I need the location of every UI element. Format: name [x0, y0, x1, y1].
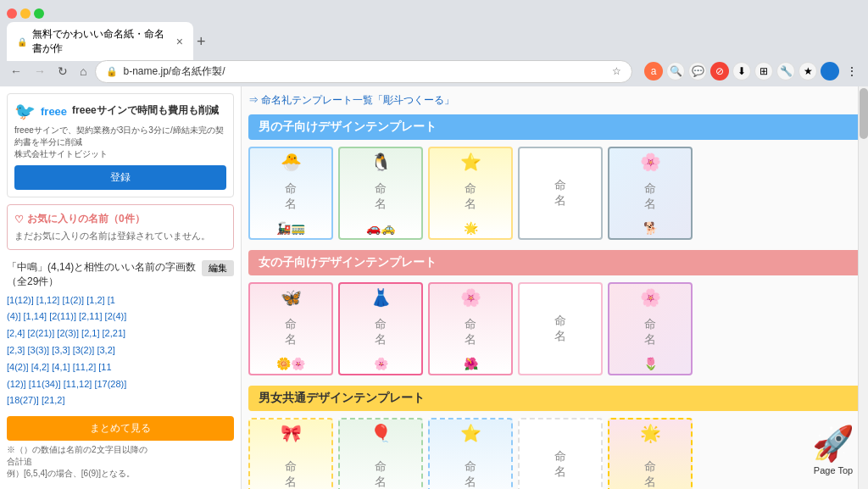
- template-text: 命名: [644, 459, 656, 489]
- scrollbar-thumb[interactable]: [860, 88, 868, 139]
- main-content: ⇒ 命名礼テンプレート一覧「彫斗つくーる」 男の子向けデザインテンプレート 🐣 …: [242, 86, 868, 489]
- minimize-btn[interactable]: [20, 8, 31, 19]
- url-text: b-name.jp/命名紙作製/: [123, 64, 607, 79]
- apps-icon[interactable]: ⊞: [754, 62, 773, 81]
- deco-top: 🐣: [281, 152, 302, 172]
- compat-link[interactable]: [1(2)]: [62, 295, 84, 305]
- template-card[interactable]: 🌸 命名 🌷: [608, 282, 693, 375]
- freee-register-button[interactable]: 登録: [14, 165, 226, 190]
- compat-link[interactable]: [11: [98, 362, 111, 372]
- compat-link[interactable]: [1,2]: [86, 295, 104, 305]
- compat-link[interactable]: [21,2]: [42, 395, 65, 405]
- template-card[interactable]: ⭐ 命名: [428, 418, 513, 489]
- template-text: 命名: [285, 181, 297, 212]
- compat-link[interactable]: [2(21)]: [27, 328, 54, 338]
- compat-link[interactable]: [4,2]: [31, 362, 49, 372]
- template-card[interactable]: 🎀 命名: [248, 418, 333, 489]
- compat-link[interactable]: [3(2)]: [73, 345, 95, 355]
- compat-link[interactable]: [1(12)]: [7, 295, 34, 305]
- deco-bottom: 🌼🌸: [276, 357, 305, 370]
- compat-link[interactable]: [4(2)]: [7, 362, 29, 372]
- template-text: 命名: [644, 181, 656, 212]
- download-icon[interactable]: ⬇: [732, 62, 751, 81]
- extensions-icon[interactable]: 🔧: [776, 62, 795, 81]
- freee-ad-title: freeeサインで時間も費用も削減: [72, 104, 219, 118]
- compatibility-links: [1(12)] [1,12] [1(2)] [1,2] [1 (4)] [1,1…: [7, 292, 234, 410]
- compat-link[interactable]: (12)]: [7, 379, 26, 389]
- active-tab[interactable]: 🔒 無料でかわいい命名紙・命名書が作 ×: [7, 22, 193, 61]
- address-bar[interactable]: 🔒 b-name.jp/命名紙作製/ ☆: [95, 60, 632, 83]
- template-card[interactable]: 🌸 命名 🌺: [428, 282, 513, 375]
- freee-advertisement: 🐦 freee freeeサインで時間も費用も削減 freeeサインで、契約業務…: [7, 93, 234, 197]
- compat-link[interactable]: [11(34)]: [29, 379, 61, 389]
- template-card[interactable]: 命名: [518, 147, 603, 240]
- new-tab-button[interactable]: +: [197, 33, 206, 51]
- compat-link[interactable]: [11,2]: [73, 362, 97, 372]
- template-card[interactable]: 🐣 命名 🚂🚃: [248, 147, 333, 240]
- compat-link[interactable]: [2(4)]: [105, 311, 127, 321]
- template-card[interactable]: 命名: [518, 282, 603, 375]
- compat-link[interactable]: [2,21]: [103, 328, 126, 338]
- stop-icon[interactable]: ⊘: [710, 62, 729, 81]
- compat-link[interactable]: [11,12]: [64, 379, 92, 389]
- template-card[interactable]: 🌸 命名 🐕: [608, 147, 693, 240]
- compat-link[interactable]: [2,11]: [79, 311, 103, 321]
- template-card[interactable]: 👗 命名 🌸: [338, 282, 423, 375]
- template-card[interactable]: 🎈 命名: [338, 418, 423, 489]
- template-card[interactable]: 🦋 命名 🌼🌸: [248, 282, 333, 375]
- compat-link[interactable]: [1,14]: [24, 311, 47, 321]
- deco-top: 🐧: [370, 152, 392, 172]
- page-top-button[interactable]: 🚀 Page Top: [812, 424, 854, 475]
- deco-bottom: 🌸: [374, 357, 388, 370]
- template-text: 命名: [375, 317, 387, 347]
- view-all-button[interactable]: まとめて見る: [7, 416, 234, 441]
- template-text: 命名: [375, 181, 387, 212]
- compat-link[interactable]: [2(11)]: [49, 311, 76, 321]
- search-icon[interactable]: 🔍: [666, 62, 685, 81]
- top-link[interactable]: ⇒ 命名礼テンプレート一覧「彫斗つくーる」: [248, 93, 861, 108]
- menu-icon[interactable]: ⋮: [843, 62, 861, 81]
- scrollbar-track[interactable]: [858, 86, 868, 489]
- compat-link[interactable]: [3(3)]: [27, 345, 49, 355]
- back-button[interactable]: ←: [7, 63, 25, 80]
- profile-icon[interactable]: 👤: [821, 62, 839, 81]
- reload-button[interactable]: ↻: [54, 63, 71, 80]
- address-bar-row: ← → ↻ ⌂ 🔒 b-name.jp/命名紙作製/ ☆ a 🔍 💬 ⊘ ⬇ ⊞…: [0, 56, 868, 86]
- template-text: 命名: [554, 314, 566, 344]
- compat-link[interactable]: (4)]: [7, 311, 21, 321]
- bookmark-icon[interactable]: ☆: [612, 65, 621, 77]
- compatibility-title: 「中鳴」(4,14)と相性のいい名前の字画数（全29件）: [7, 260, 234, 289]
- compat-link[interactable]: [3,2]: [97, 345, 114, 355]
- close-btn[interactable]: [7, 8, 17, 19]
- template-card[interactable]: ⭐ 命名 🌟: [428, 147, 513, 240]
- home-button[interactable]: ⌂: [76, 63, 90, 80]
- compat-link[interactable]: [1: [108, 295, 115, 305]
- compat-link[interactable]: [1,12]: [36, 295, 60, 305]
- compat-link[interactable]: [2,4]: [7, 328, 25, 338]
- compat-link[interactable]: [17(28)]: [94, 379, 126, 389]
- heart-icon: ♡: [14, 214, 24, 225]
- deco-bottom: 🌺: [464, 357, 478, 370]
- compatibility-section: 編集 「中鳴」(4,14)と相性のいい名前の字画数（全29件） [1(12)] …: [7, 257, 234, 483]
- settings-icon[interactable]: ★: [798, 62, 817, 81]
- maximize-btn[interactable]: [34, 8, 44, 19]
- template-card[interactable]: 命名: [518, 418, 603, 489]
- compat-link[interactable]: [18(27)]: [7, 395, 39, 405]
- deco-bottom: 🌷: [643, 357, 658, 370]
- chat-icon[interactable]: 💬: [688, 62, 707, 81]
- favorites-title: ♡ お気に入りの名前（0件）: [14, 212, 226, 226]
- template-card[interactable]: 🐧 命名 🚗🚕: [338, 147, 423, 240]
- edit-button[interactable]: 編集: [202, 260, 234, 276]
- amazon-icon[interactable]: a: [644, 62, 663, 81]
- template-card[interactable]: 🌟 命名: [608, 418, 693, 489]
- compat-link[interactable]: [2,1]: [81, 328, 99, 338]
- compat-link[interactable]: [4,1]: [52, 362, 70, 372]
- compat-link[interactable]: [3,3]: [52, 345, 70, 355]
- compat-link[interactable]: [2(3)]: [57, 328, 79, 338]
- rocket-icon: 🚀: [812, 424, 854, 464]
- template-text: 命名: [554, 178, 566, 208]
- page-content: 🐦 freee freeeサインで時間も費用も削減 freeeサインで、契約業務…: [0, 86, 868, 489]
- tab-close-btn[interactable]: ×: [176, 35, 183, 48]
- forward-button[interactable]: →: [31, 63, 49, 80]
- compat-link[interactable]: [2,3]: [7, 345, 25, 355]
